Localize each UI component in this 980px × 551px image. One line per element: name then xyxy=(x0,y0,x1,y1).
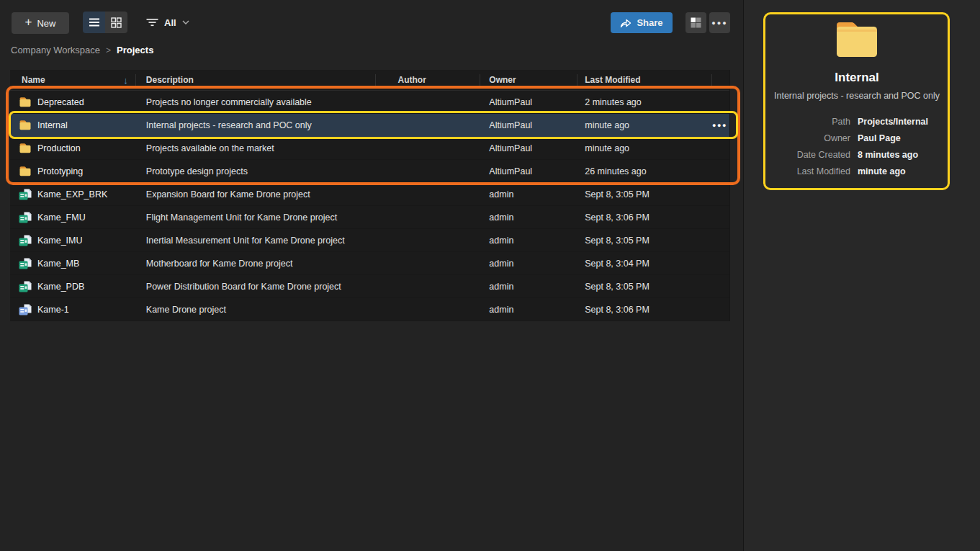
grid-view-icon xyxy=(111,17,122,28)
row-description-cell: Motherboard for Kame Drone project xyxy=(136,259,377,269)
row-owner-cell: AltiumPaul xyxy=(480,97,577,107)
grid-view-button[interactable] xyxy=(105,12,127,33)
folder-large-icon xyxy=(773,20,941,59)
details-field-path: Path Projects/Internal xyxy=(773,113,941,130)
row-owner-cell: admin xyxy=(480,282,577,292)
column-header-description[interactable]: Description xyxy=(136,74,377,86)
details-field-owner: Owner Paul Page xyxy=(773,130,941,146)
list-view-icon xyxy=(89,17,100,27)
folder-icon xyxy=(19,166,32,176)
table-row[interactable]: Kame_MBMotherboard for Kame Drone projec… xyxy=(10,252,729,275)
table-row[interactable]: Kame-1Kame Drone projectadminSept 8, 3:0… xyxy=(10,298,729,321)
row-name-cell: Kame-1 xyxy=(10,304,136,315)
row-last-modified-cell: Sept 8, 3:05 PM xyxy=(577,282,712,292)
row-name-cell: Internal xyxy=(10,120,136,130)
more-options-button[interactable]: ●●● xyxy=(709,12,730,33)
details-panel: Internal Internal projects - research an… xyxy=(743,0,980,551)
panels-layout-icon xyxy=(691,17,701,28)
row-name: Deprecated xyxy=(37,97,84,107)
row-owner-cell: AltiumPaul xyxy=(480,120,577,130)
column-header-owner[interactable]: Owner xyxy=(480,74,577,86)
folder-icon xyxy=(19,97,32,107)
table-row[interactable]: InternalInternal projects - research and… xyxy=(10,114,729,137)
table-row[interactable]: Kame_FMUFlight Management Unit for Kame … xyxy=(10,206,729,229)
project-file-icon xyxy=(19,189,32,200)
row-name-cell: Kame_FMU xyxy=(10,212,136,223)
table-body: DeprecatedProjects no longer commerciall… xyxy=(10,91,729,321)
row-name: Kame_EXP_BRK xyxy=(37,189,107,200)
ellipsis-icon: ●●● xyxy=(711,19,727,27)
row-name-cell: Deprecated xyxy=(10,97,136,107)
row-last-modified-cell: minute ago xyxy=(577,143,712,153)
row-last-modified-cell: 26 minutes ago xyxy=(577,166,712,176)
row-description-cell: Kame Drone project xyxy=(136,305,377,315)
column-header-last-modified[interactable]: Last Modified xyxy=(577,74,712,86)
row-last-modified-cell: Sept 8, 3:05 PM xyxy=(577,236,712,246)
filter-dropdown[interactable]: All xyxy=(146,12,189,33)
row-name: Internal xyxy=(37,120,68,130)
row-owner-cell: admin xyxy=(480,259,577,269)
breadcrumb-workspace-link[interactable]: Company Workspace xyxy=(11,45,100,55)
row-description-cell: Projects no longer commercially availabl… xyxy=(136,97,377,107)
row-last-modified-cell: Sept 8, 3:06 PM xyxy=(577,305,712,315)
row-owner-cell: AltiumPaul xyxy=(480,143,577,153)
details-description: Internal projects - research and POC onl… xyxy=(773,91,941,101)
table-row[interactable]: PrototypingPrototype design projectsAlti… xyxy=(10,160,729,183)
list-view-button[interactable] xyxy=(83,12,105,33)
panels-layout-button[interactable] xyxy=(685,12,706,33)
row-last-modified-cell: Sept 8, 3:04 PM xyxy=(577,259,712,269)
project-file-icon xyxy=(19,235,32,246)
row-name: Prototyping xyxy=(37,166,83,176)
project-file-icon xyxy=(19,304,32,315)
row-last-modified-cell: 2 minutes ago xyxy=(577,97,712,107)
folder-icon xyxy=(19,120,32,130)
row-name: Kame-1 xyxy=(37,305,69,315)
row-name-cell: Kame_IMU xyxy=(10,235,136,246)
filter-label: All xyxy=(164,17,176,28)
row-name-cell: Production xyxy=(10,143,136,153)
breadcrumb-current: Projects xyxy=(117,45,153,55)
new-button[interactable]: + New xyxy=(12,12,69,34)
sort-descending-icon[interactable]: ↓ xyxy=(123,75,128,86)
row-name-cell: Kame_EXP_BRK xyxy=(10,189,136,200)
share-button-label: Share xyxy=(637,17,662,28)
row-last-modified-cell: Sept 8, 3:05 PM xyxy=(577,189,712,200)
row-last-modified-cell: Sept 8, 3:06 PM xyxy=(577,212,712,223)
row-name: Kame_FMU xyxy=(37,212,86,223)
column-header-actions xyxy=(712,74,729,86)
project-file-icon xyxy=(19,281,32,292)
row-name-cell: Kame_PDB xyxy=(10,281,136,292)
column-header-author[interactable]: Author xyxy=(376,74,480,86)
row-actions-cell: ●●● xyxy=(712,122,729,129)
table-row[interactable]: Kame_EXP_BRKExpansion Board for Kame Dro… xyxy=(10,183,729,206)
row-last-modified-cell: minute ago xyxy=(577,120,712,130)
row-owner-cell: admin xyxy=(480,236,577,246)
row-description-cell: Expansion Board for Kame Drone project xyxy=(136,189,377,200)
table-row[interactable]: Kame_IMUInertial Measurement Unit for Ka… xyxy=(10,229,729,252)
table-row[interactable]: DeprecatedProjects no longer commerciall… xyxy=(10,91,729,114)
row-description-cell: Projects available on the market xyxy=(136,143,377,153)
row-name: Kame_PDB xyxy=(37,282,84,292)
table-row[interactable]: ProductionProjects available on the mark… xyxy=(10,137,729,160)
row-description-cell: Flight Management Unit for Kame Drone pr… xyxy=(136,212,377,223)
view-mode-toggle xyxy=(83,12,127,33)
filter-lines-icon xyxy=(146,18,158,27)
column-header-name[interactable]: Name ↓ xyxy=(10,74,136,86)
share-button[interactable]: Share xyxy=(611,12,673,33)
folder-icon xyxy=(19,143,32,153)
projects-table: Name ↓ Description Author Owner Last Mod… xyxy=(10,70,730,321)
row-name-cell: Prototyping xyxy=(10,166,136,176)
row-name-cell: Kame_MB xyxy=(10,258,136,269)
table-row[interactable]: Kame_PDBPower Distribution Board for Kam… xyxy=(10,275,729,298)
breadcrumb: Company Workspace > Projects xyxy=(11,45,153,55)
row-actions-button[interactable]: ●●● xyxy=(712,122,727,129)
row-name: Kame_IMU xyxy=(37,236,83,246)
project-file-icon xyxy=(19,258,32,269)
row-owner-cell: admin xyxy=(480,189,577,200)
project-file-icon xyxy=(19,212,32,223)
row-name: Kame_MB xyxy=(37,259,79,269)
row-description-cell: Prototype design projects xyxy=(136,166,377,176)
row-owner-cell: AltiumPaul xyxy=(480,166,577,176)
details-field-last-modified: Last Modified minute ago xyxy=(773,163,941,179)
row-name: Production xyxy=(37,143,81,153)
